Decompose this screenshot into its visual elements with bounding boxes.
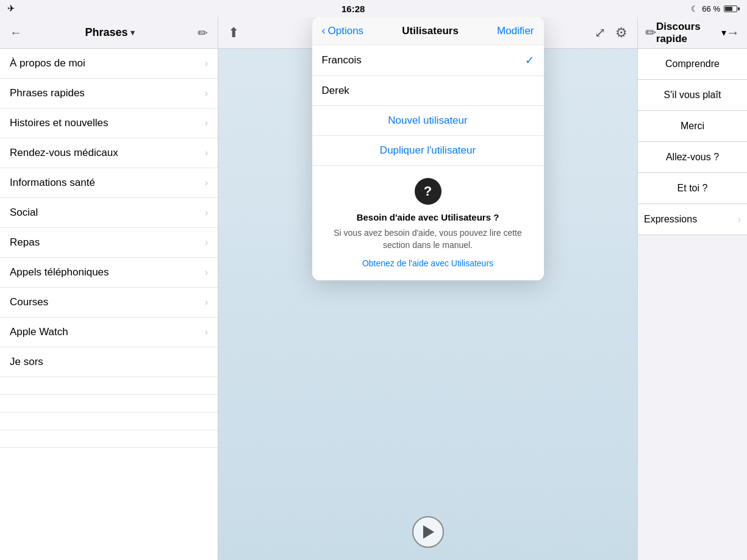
left-list-item[interactable]: Rendez-vous médicaux › (0, 138, 218, 168)
left-list-item-label: Courses (10, 296, 48, 308)
chevron-right-icon: › (205, 58, 208, 69)
help-link[interactable]: Obtenez de l'aide avec Utilisateurs (322, 258, 534, 268)
dropdown-back-button[interactable]: ‹ Options (322, 24, 364, 37)
left-list-item[interactable]: Courses › (0, 288, 218, 317)
right-list-item-label: Comprendre (665, 58, 720, 69)
left-list-item[interactable]: Apple Watch › (0, 317, 218, 347)
left-list: À propos de moi › Phrases rapides › Hist… (0, 49, 218, 560)
right-header: ✏ Discours rapide ▾ → (638, 17, 747, 49)
battery-icon (724, 5, 740, 12)
dropdown-action-row[interactable]: Nouvel utilisateur (312, 106, 544, 136)
chevron-right-icon: › (205, 297, 208, 308)
left-list-item-label: Je sors (10, 356, 43, 368)
chevron-right-icon: › (205, 327, 208, 338)
right-list-item[interactable]: S'il vous plaît (638, 80, 747, 111)
right-list-item-label: Et toi ? (677, 183, 708, 194)
left-list-item[interactable]: Appels téléphoniques › (0, 258, 218, 288)
right-list: Comprendre S'il vous plaît Merci Allez-v… (638, 49, 747, 560)
expand-icon[interactable]: ⤢ (595, 25, 606, 41)
dropdown-users-section: Francois ✓ Derek (312, 45, 544, 106)
status-bar-right: ☾ 66 % (691, 4, 740, 13)
dropdown-header: ‹ Options Utilisateurs Modifier (312, 17, 544, 45)
right-list-item[interactable]: Merci (638, 111, 747, 142)
phrases-dropdown-chevron[interactable]: ▾ (130, 28, 135, 37)
left-list-item-label: À propos de moi (10, 57, 85, 69)
right-list-item-label: Allez-vous ? (666, 152, 719, 163)
dropdown-action-row[interactable]: Dupliquer l'utilisateur (312, 136, 544, 165)
right-title-chevron: ▾ (721, 27, 726, 38)
center-header-right-icons: ⤢ ⚙ (595, 25, 627, 41)
share-icon[interactable]: ⬆ (228, 25, 239, 41)
right-edit-icon[interactable]: ✏ (645, 25, 656, 41)
chevron-right-icon: › (738, 214, 741, 225)
help-icon: ? (415, 178, 441, 205)
left-list-item-label: Phrases rapides (10, 87, 85, 99)
edit-icon[interactable]: ✏ (198, 26, 208, 40)
phrases-title: Phrases ▾ (85, 26, 134, 39)
moon-icon: ☾ (691, 4, 698, 13)
left-list-item-label: Repas (10, 236, 40, 249)
chevron-right-icon: › (205, 237, 208, 248)
left-panel: ← Phrases ▾ ✏ À propos de moi › Phrases … (0, 17, 218, 560)
main-container: ← Phrases ▾ ✏ À propos de moi › Phrases … (0, 17, 747, 560)
right-list-item[interactable]: Comprendre (638, 49, 747, 80)
dropdown-title: Utilisateurs (402, 25, 459, 37)
left-list-item[interactable] (0, 413, 218, 430)
right-forward-arrow[interactable]: → (726, 25, 740, 41)
action-label: Nouvel utilisateur (388, 115, 467, 127)
left-list-item-label: Informations santé (10, 177, 95, 189)
left-list-item-label: Social (10, 207, 38, 219)
chevron-right-icon: › (205, 118, 208, 129)
left-list-item[interactable]: Histoires et nouvelles › (0, 108, 218, 138)
left-list-item-label: Appels téléphoniques (10, 266, 109, 278)
left-list-item[interactable]: Informations santé › (0, 168, 218, 198)
right-list-item[interactable]: Expressions › (638, 204, 747, 235)
center-panel: ⬆ ⤢ ⚙ ‹ Options Utilisateurs Modifier Fr… (218, 17, 637, 560)
chevron-right-icon: › (205, 267, 208, 278)
left-header: ← Phrases ▾ ✏ (0, 17, 218, 49)
right-list-item[interactable]: Allez-vous ? (638, 142, 747, 173)
left-list-item[interactable] (0, 430, 218, 448)
play-icon (423, 525, 434, 539)
left-list-item[interactable]: Repas › (0, 228, 218, 258)
help-title: Besoin d'aide avec Utilisateurs ? (322, 212, 534, 222)
right-list-item-label: Merci (681, 121, 704, 132)
play-button[interactable] (412, 516, 444, 548)
chevron-right-icon: › (205, 177, 208, 188)
right-list-item[interactable]: Et toi ? (638, 173, 747, 204)
left-list-item-label: Rendez-vous médicaux (10, 147, 118, 159)
airplane-icon: ✈ (7, 3, 15, 14)
left-list-item[interactable]: Phrases rapides › (0, 79, 218, 108)
dropdown-back-label: Options (328, 25, 364, 37)
back-arrow-icon[interactable]: ← (10, 26, 22, 40)
right-title-container: Discours rapide ▾ (656, 21, 726, 45)
dropdown-actions-section: Nouvel utilisateurDupliquer l'utilisateu… (312, 106, 544, 166)
status-bar-left: ✈ (7, 3, 15, 14)
left-list-item[interactable] (0, 377, 218, 395)
status-bar: ✈ 16:28 ☾ 66 % (0, 0, 747, 17)
gear-icon[interactable]: ⚙ (615, 25, 627, 41)
users-dropdown: ‹ Options Utilisateurs Modifier Francois… (312, 17, 544, 280)
left-list-item[interactable]: Social › (0, 198, 218, 228)
dropdown-user-row[interactable]: Francois ✓ (312, 45, 544, 76)
left-list-item[interactable] (0, 395, 218, 413)
action-label: Dupliquer l'utilisateur (380, 144, 476, 157)
left-list-item[interactable]: Je sors (0, 347, 218, 377)
center-header-icons: ⬆ (228, 25, 239, 41)
right-title: Discours rapide (656, 21, 719, 45)
battery-percent: 66 % (702, 4, 720, 13)
chevron-right-icon: › (205, 147, 208, 158)
checkmark-icon: ✓ (525, 54, 534, 67)
dropdown-modify-button[interactable]: Modifier (497, 25, 534, 37)
help-body: Si vous avez besoin d'aide, vous pouvez … (322, 227, 534, 251)
chevron-right-icon: › (205, 207, 208, 218)
user-name: Derek (322, 85, 349, 97)
chevron-left-icon: ‹ (322, 24, 326, 37)
dropdown-help-section: ? Besoin d'aide avec Utilisateurs ? Si v… (312, 166, 544, 280)
right-panel: ✏ Discours rapide ▾ → Comprendre S'il vo… (637, 17, 747, 560)
user-name: Francois (322, 54, 362, 66)
dropdown-user-row[interactable]: Derek (312, 76, 544, 105)
left-list-item[interactable]: À propos de moi › (0, 49, 218, 79)
chevron-right-icon: › (205, 88, 208, 99)
right-list-item-label: S'il vous plaît (664, 90, 721, 101)
